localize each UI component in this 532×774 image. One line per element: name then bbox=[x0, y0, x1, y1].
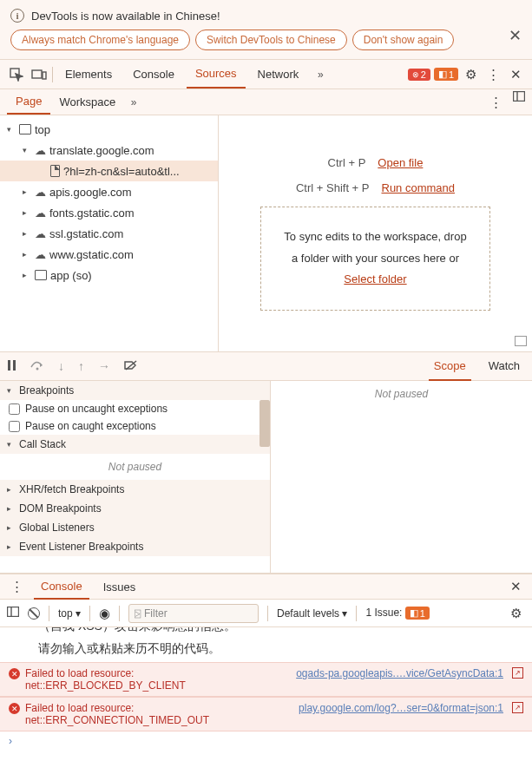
console-settings-icon[interactable]: ⚙ bbox=[507, 602, 525, 625]
scrollbar[interactable] bbox=[259, 400, 270, 447]
banner-close-icon[interactable]: ✕ bbox=[509, 26, 522, 45]
issues-indicator[interactable]: 1 Issue: ◧ 1 bbox=[365, 607, 430, 620]
svg-rect-9 bbox=[8, 607, 19, 617]
svg-rect-5 bbox=[8, 360, 10, 371]
run-command-link[interactable]: Run command bbox=[382, 181, 456, 194]
shortcut-openfile-keys: Ctrl + P bbox=[328, 156, 366, 169]
tab-network[interactable]: Network bbox=[249, 61, 308, 88]
kebab-menu-icon[interactable]: ⋮ bbox=[483, 63, 503, 86]
svg-rect-3 bbox=[514, 91, 525, 101]
editor-empty-state: Ctrl + P Open file Ctrl + Shift + P Run … bbox=[219, 115, 532, 351]
warning-count-badge[interactable]: ◧ 1 bbox=[434, 68, 458, 81]
live-expression-icon[interactable]: ◉ bbox=[99, 606, 110, 621]
select-folder-link[interactable]: Select folder bbox=[344, 272, 406, 285]
svg-rect-6 bbox=[13, 360, 16, 371]
frame-icon bbox=[19, 124, 31, 134]
console-toolbar: top ▾ ◉ ⍄Filter Default levels ▾ 1 Issue… bbox=[0, 600, 532, 627]
shortcut-runcmd-keys: Ctrl + Shift + P bbox=[296, 181, 370, 194]
tree-node[interactable]: ▸www.gstatic.com bbox=[0, 244, 218, 265]
tree-node[interactable]: ▸ssl.gstatic.com bbox=[0, 223, 218, 244]
inspect-icon[interactable] bbox=[7, 65, 26, 84]
context-selector[interactable]: top ▾ bbox=[58, 607, 81, 620]
toggle-navigator-icon[interactable] bbox=[513, 91, 525, 114]
open-in-new-icon[interactable]: ↗ bbox=[512, 667, 523, 679]
section-dom-breakpoints[interactable]: ▸DOM Breakpoints bbox=[0, 499, 270, 518]
svg-rect-2 bbox=[43, 72, 46, 79]
error-count-badge[interactable]: ⊗2 bbox=[408, 69, 430, 81]
svg-point-7 bbox=[36, 368, 39, 371]
sources-subtabs: Page Workspace » ⋮ bbox=[0, 89, 532, 115]
more-subtabs-icon[interactable]: » bbox=[124, 93, 143, 112]
step-into-icon[interactable]: ↓ bbox=[58, 359, 64, 373]
close-drawer-icon[interactable]: ✕ bbox=[507, 575, 525, 598]
pause-uncaught-checkbox[interactable] bbox=[9, 403, 20, 415]
open-file-link[interactable]: Open file bbox=[378, 156, 423, 169]
navigator-menu-icon[interactable]: ⋮ bbox=[486, 91, 506, 114]
tree-node[interactable]: ?hl=zh-cn&sl=auto&tl... bbox=[0, 161, 218, 181]
error-source-link[interactable]: ogads-pa.googleapis.…vice/GetAsyncData:1 bbox=[296, 667, 503, 679]
open-in-new-icon[interactable]: ↗ bbox=[512, 702, 523, 713]
console-warning-text-cn2: 请勿输入或粘贴来历不明的代码。 bbox=[0, 640, 532, 662]
tab-console[interactable]: Console bbox=[124, 61, 183, 88]
pause-icon[interactable] bbox=[7, 359, 16, 373]
console-error-row: ✕Failed to load resource:net::ERR_CONNEC… bbox=[0, 697, 532, 731]
scope-panel: Not paused bbox=[271, 381, 532, 573]
close-devtools-icon[interactable]: ✕ bbox=[507, 63, 525, 86]
info-icon: i bbox=[10, 9, 24, 23]
toggle-sidebar-icon[interactable] bbox=[7, 607, 19, 620]
file-icon bbox=[50, 165, 60, 177]
tree-node[interactable]: ▸fonts.gstatic.com bbox=[0, 202, 218, 223]
switch-chinese-button[interactable]: Switch DevTools to Chinese bbox=[195, 30, 347, 50]
section-callstack[interactable]: ▾Call Stack bbox=[0, 435, 270, 454]
error-icon: ✕ bbox=[9, 703, 20, 714]
main-tabbar: Elements Console Sources Network » ⊗2 ◧ … bbox=[0, 60, 532, 89]
toggle-editor-panel-icon[interactable] bbox=[515, 336, 527, 346]
file-tree: ▾ top ▾translate.google.com?hl=zh-cn&sl=… bbox=[0, 115, 219, 351]
frame-icon bbox=[35, 270, 47, 280]
section-global-listeners[interactable]: ▸Global Listeners bbox=[0, 518, 270, 537]
subtab-page[interactable]: Page bbox=[7, 89, 50, 115]
scope-not-paused: Not paused bbox=[271, 381, 532, 407]
banner-title: DevTools is now available in Chinese! bbox=[31, 10, 220, 23]
log-levels-selector[interactable]: Default levels ▾ bbox=[277, 607, 347, 620]
drawer-tab-issues[interactable]: Issues bbox=[96, 575, 143, 599]
debugger-toolbar: ↓ ↑ → Scope Watch bbox=[0, 351, 532, 381]
step-out-icon[interactable]: ↑ bbox=[78, 359, 84, 373]
device-icon[interactable] bbox=[30, 65, 49, 84]
cloud-icon bbox=[35, 144, 46, 157]
workspace-drop-zone[interactable]: To sync edits to the workspace, drop a f… bbox=[260, 207, 489, 311]
step-icon[interactable]: → bbox=[98, 359, 110, 373]
section-breakpoints[interactable]: ▾Breakpoints bbox=[0, 381, 270, 400]
more-tabs-icon[interactable]: » bbox=[311, 65, 330, 84]
error-source-link[interactable]: play.google.com/log?…ser=0&format=json:1 bbox=[299, 702, 503, 714]
subtab-workspace[interactable]: Workspace bbox=[50, 90, 124, 114]
console-body: （自我 XSS）攻击来影响您的信息。 请勿输入或粘贴来历不明的代码。 ✕Fail… bbox=[0, 627, 532, 751]
deactivate-breakpoints-icon[interactable] bbox=[124, 359, 138, 373]
svg-rect-1 bbox=[32, 70, 42, 78]
settings-icon[interactable]: ⚙ bbox=[462, 63, 480, 86]
console-warning-text-cn: （自我 XSS）攻击来影响您的信息。 bbox=[0, 627, 532, 640]
tree-top[interactable]: ▾ top bbox=[0, 119, 218, 140]
tree-node[interactable]: ▸apis.google.com bbox=[0, 181, 218, 202]
tab-sources[interactable]: Sources bbox=[187, 60, 246, 89]
step-over-icon[interactable] bbox=[30, 359, 44, 373]
match-language-button[interactable]: Always match Chrome's language bbox=[10, 30, 190, 50]
tab-elements[interactable]: Elements bbox=[56, 61, 121, 88]
error-icon: ✕ bbox=[9, 668, 20, 679]
clear-console-icon[interactable] bbox=[28, 607, 40, 620]
section-xhr-breakpoints[interactable]: ▸XHR/fetch Breakpoints bbox=[0, 480, 270, 499]
callstack-not-paused: Not paused bbox=[0, 454, 270, 480]
tree-node[interactable]: ▾translate.google.com bbox=[0, 140, 218, 161]
console-drawer-tabs: ⋮ Console Issues ✕ bbox=[0, 574, 532, 600]
dont-show-button[interactable]: Don't show again bbox=[352, 30, 455, 50]
tab-watch[interactable]: Watch bbox=[483, 352, 525, 381]
drawer-menu-icon[interactable]: ⋮ bbox=[7, 575, 27, 598]
section-event-breakpoints[interactable]: ▸Event Listener Breakpoints bbox=[0, 537, 270, 556]
pause-caught-checkbox[interactable] bbox=[9, 421, 20, 432]
tree-node[interactable]: ▸app (so) bbox=[0, 265, 218, 285]
tab-scope[interactable]: Scope bbox=[429, 352, 471, 381]
cloud-icon bbox=[35, 248, 46, 261]
console-filter-input[interactable]: ⍄Filter bbox=[128, 604, 259, 623]
drawer-tab-console[interactable]: Console bbox=[34, 574, 89, 600]
console-prompt[interactable]: › bbox=[0, 731, 532, 751]
